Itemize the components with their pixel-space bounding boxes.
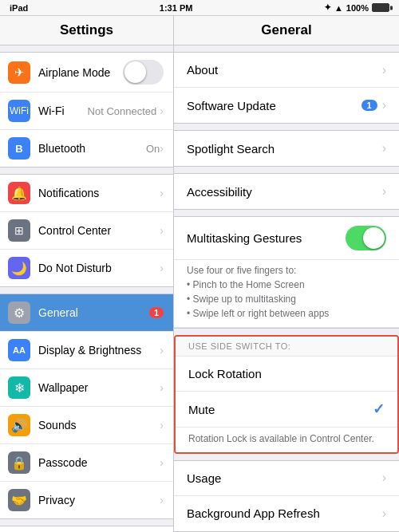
content-section-spotlight: Spotlight Search › <box>174 130 399 167</box>
usage-label: Usage <box>187 471 382 485</box>
side-switch-section: USE SIDE SWITCH TO: Lock Rotation Mute ✓… <box>174 335 399 454</box>
software-update-label: Software Update <box>187 99 361 112</box>
sidebar-item-airplane[interactable]: ✈ Airplane Mode <box>0 53 173 93</box>
content-section-about: About › Software Update 1 › <box>174 52 399 124</box>
sidebar-label-bluetooth: Bluetooth <box>38 142 146 155</box>
sidebar-label-wallpaper: Wallpaper <box>38 381 160 394</box>
status-ipad: iPad <box>10 3 28 13</box>
sidebar-item-privacy[interactable]: 🤝 Privacy › <box>0 482 173 518</box>
sidebar-title: Settings <box>0 16 173 45</box>
background-app-refresh-label: Background App Refresh <box>187 506 382 520</box>
control-center-chevron: › <box>160 224 164 237</box>
wallpaper-icon: ❄ <box>8 376 30 399</box>
battery-percent: 100% <box>346 3 369 13</box>
about-label: About <box>187 63 382 77</box>
sidebar-item-display[interactable]: AA Display & Brightness › <box>0 332 173 369</box>
side-switch-lock-rotation[interactable]: Lock Rotation <box>176 357 397 392</box>
general-badge: 1 <box>149 307 164 318</box>
sidebar-section-system: 🔔 Notifications › ⊞ Control Center › 🌙 D… <box>0 174 173 287</box>
passcode-chevron: › <box>160 456 164 469</box>
sidebar-label-sounds: Sounds <box>38 419 160 432</box>
sidebar-label-privacy: Privacy <box>38 494 160 506</box>
side-switch-mute[interactable]: Mute ✓ <box>176 392 397 428</box>
airplane-toggle[interactable] <box>123 60 164 85</box>
status-right: ✦ ▲ 100% <box>324 2 389 13</box>
mute-label: Mute <box>188 403 373 416</box>
privacy-icon: 🤝 <box>8 489 30 511</box>
spotlight-chevron: › <box>382 141 386 156</box>
display-icon: AA <box>8 339 30 361</box>
bluetooth-chevron: › <box>160 142 164 155</box>
sidebar-label-control-center: Control Center <box>38 224 160 237</box>
sidebar-item-sounds[interactable]: 🔊 Sounds › <box>0 407 173 444</box>
notifications-chevron: › <box>160 187 164 199</box>
content-pane: General About › Software Update 1 › Spot… <box>174 16 399 532</box>
display-chevron: › <box>160 344 164 357</box>
accessibility-chevron: › <box>382 184 386 199</box>
sidebar-label-notifications: Notifications <box>38 187 160 199</box>
sidebar-item-passcode[interactable]: 🔒 Passcode › <box>0 444 173 482</box>
general-icon: ⚙ <box>8 301 30 324</box>
battery-icon <box>372 3 389 12</box>
spotlight-label: Spotlight Search <box>187 142 382 156</box>
sidebar-item-bluetooth[interactable]: B Bluetooth On › <box>0 130 173 167</box>
control-center-icon: ⊞ <box>8 219 30 242</box>
bluetooth-value: On <box>146 143 160 155</box>
status-time: 1:31 PM <box>160 3 193 13</box>
software-update-chevron: › <box>382 98 386 112</box>
side-switch-note: Rotation Lock is available in Control Ce… <box>176 428 397 452</box>
content-item-background-app-refresh[interactable]: Background App Refresh › <box>174 496 399 531</box>
sidebar-label-display: Display & Brightness <box>38 344 160 357</box>
sounds-chevron: › <box>160 419 164 432</box>
side-switch-header: USE SIDE SWITCH TO: <box>176 337 397 357</box>
wifi-status: ▲ <box>334 3 343 13</box>
content-title: General <box>174 16 399 45</box>
sidebar-item-control-center[interactable]: ⊞ Control Center › <box>0 212 173 250</box>
sidebar-item-notifications[interactable]: 🔔 Notifications › <box>0 175 173 212</box>
wallpaper-chevron: › <box>160 381 164 394</box>
content-item-accessibility[interactable]: Accessibility › <box>174 174 399 209</box>
background-app-refresh-chevron: › <box>382 506 386 521</box>
content-item-software-update[interactable]: Software Update 1 › <box>174 88 399 123</box>
dnd-chevron: › <box>160 262 164 274</box>
bluetooth-status: ✦ <box>324 2 331 13</box>
multitasking-toggle[interactable] <box>346 226 386 250</box>
content-section-usage: Usage › Background App Refresh › <box>174 460 399 532</box>
side-switch-wrapper: USE SIDE SWITCH TO: Lock Rotation Mute ✓… <box>174 335 399 454</box>
sidebar-label-general: General <box>38 306 149 319</box>
sidebar-label-dnd: Do Not Disturb <box>38 262 160 274</box>
sidebar-item-general[interactable]: ⚙ General 1 <box>0 294 173 332</box>
sidebar-section-cloud: ☁ iCloud › ♪ iTunes & App Store › <box>0 526 173 532</box>
sidebar-label-airplane: Airplane Mode <box>38 66 123 79</box>
content-section-accessibility: Accessibility › <box>174 173 399 210</box>
sidebar-item-dnd[interactable]: 🌙 Do Not Disturb › <box>0 250 173 286</box>
content-item-multitasking[interactable]: Multitasking Gestures <box>174 217 399 260</box>
software-update-badge: 1 <box>361 100 377 111</box>
wifi-icon: WiFi <box>8 100 30 122</box>
sidebar-label-wifi: Wi-Fi <box>38 104 88 117</box>
about-chevron: › <box>382 63 386 77</box>
sidebar-item-wallpaper[interactable]: ❄ Wallpaper › <box>0 369 173 407</box>
sidebar-section-general: ⚙ General 1 AA Display & Brightness › ❄ … <box>0 294 173 519</box>
content-item-usage[interactable]: Usage › <box>174 461 399 496</box>
mute-checkmark: ✓ <box>373 400 385 418</box>
multitasking-label: Multitasking Gestures <box>187 231 346 245</box>
status-bar: iPad 1:31 PM ✦ ▲ 100% <box>0 0 399 16</box>
content-item-about[interactable]: About › <box>174 53 399 88</box>
main-container: Settings ✈ Airplane Mode WiFi Wi-Fi Not … <box>0 16 399 532</box>
wifi-chevron: › <box>160 104 164 117</box>
content-section-multitasking: Multitasking Gestures Use four or five f… <box>174 216 399 329</box>
sounds-icon: 🔊 <box>8 414 30 436</box>
airplane-icon: ✈ <box>8 61 30 84</box>
content-item-spotlight[interactable]: Spotlight Search › <box>174 131 399 166</box>
wifi-value: Not Connected <box>88 105 157 117</box>
lock-rotation-label: Lock Rotation <box>188 367 385 380</box>
sidebar-item-wifi[interactable]: WiFi Wi-Fi Not Connected › <box>0 93 173 130</box>
notifications-icon: 🔔 <box>8 182 30 204</box>
accessibility-label: Accessibility <box>187 185 382 199</box>
sidebar: Settings ✈ Airplane Mode WiFi Wi-Fi Not … <box>0 16 174 532</box>
passcode-icon: 🔒 <box>8 451 30 474</box>
bluetooth-icon: B <box>8 137 30 160</box>
privacy-chevron: › <box>160 494 164 506</box>
sidebar-item-icloud[interactable]: ☁ iCloud › <box>0 526 173 532</box>
